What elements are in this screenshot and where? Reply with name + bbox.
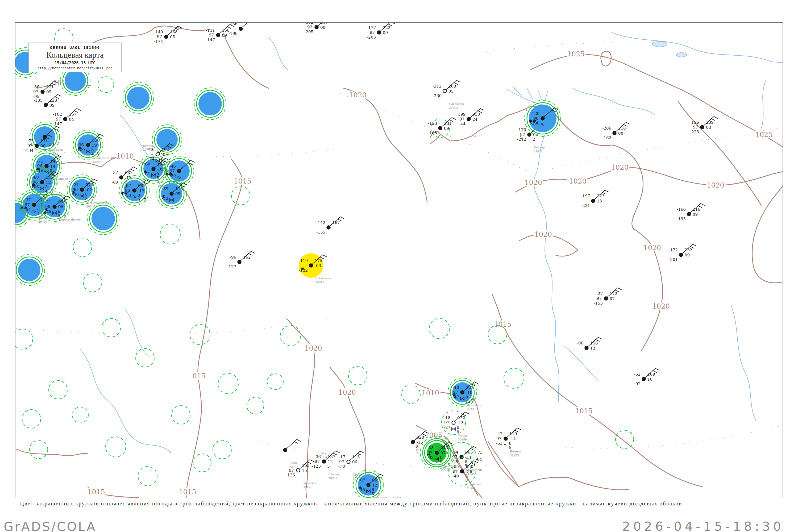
svg-text:▽: ▽ xyxy=(377,491,381,496)
station-name: Саскылах xyxy=(449,101,464,106)
cb-cloud-circle xyxy=(73,238,92,257)
legend-caption: Цвет закрашенных кружков означает явлени… xyxy=(20,500,786,507)
svg-text:2: 2 xyxy=(152,156,155,161)
svg-text:✱: ✱ xyxy=(144,169,147,174)
svg-text:⋈: ⋈ xyxy=(52,210,57,216)
svg-text:169: 169 xyxy=(647,372,655,377)
weather-event-circle xyxy=(14,254,45,285)
svg-text:24: 24 xyxy=(472,117,477,122)
svg-text:-147: -147 xyxy=(53,121,62,126)
station-plot: 14097-17416805 xyxy=(154,26,182,44)
svg-text:97: 97 xyxy=(496,436,501,441)
station-id: 23966 xyxy=(92,159,101,164)
svg-text:07: 07 xyxy=(610,296,615,301)
svg-text:102: 102 xyxy=(162,147,169,152)
svg-text:97: 97 xyxy=(33,89,38,94)
station-id: 30858 xyxy=(302,485,311,489)
svg-text:8: 8 xyxy=(125,184,127,189)
svg-text:-126: -126 xyxy=(286,473,295,477)
svg-text:-142: -142 xyxy=(316,220,325,225)
station-name: Бомнак xyxy=(510,449,521,453)
svg-text:⋈: ⋈ xyxy=(86,148,91,154)
svg-text:-86: -86 xyxy=(33,84,39,89)
svg-text:152: 152 xyxy=(306,20,314,25)
svg-text:5: 5 xyxy=(327,464,330,469)
station-name: Первомайское xyxy=(59,217,81,221)
svg-text:∿: ∿ xyxy=(504,441,508,448)
station-name: Максимкин Яр xyxy=(86,200,109,204)
svg-text:135: 135 xyxy=(46,175,54,180)
svg-text:✱: ✱ xyxy=(32,183,36,188)
svg-text:-24: -24 xyxy=(72,183,79,187)
svg-text:-17: -17 xyxy=(138,188,145,193)
svg-text:-195: -195 xyxy=(677,216,686,221)
svg-text:-201: -201 xyxy=(669,257,678,262)
svg-text:-37: -37 xyxy=(112,170,118,175)
station-name: Ванжиль-Кынак xyxy=(92,156,117,159)
weather-event-circle xyxy=(194,88,226,120)
svg-text:-44: -44 xyxy=(459,121,466,126)
station-name: Нерюнгри xyxy=(467,403,482,407)
station-plot: 3397320430785▽⋈Джалинда50695 xyxy=(420,436,457,471)
svg-text:-71: -71 xyxy=(37,159,43,164)
svg-text:97: 97 xyxy=(307,25,312,30)
station-plot: -10297-14715704 xyxy=(53,109,81,126)
station-plot: -4097-47127-10812✱⋈▽Нерюнгри30393 xyxy=(448,378,482,411)
svg-text:-180: -180 xyxy=(530,111,539,116)
station-name: Джалинда xyxy=(441,463,457,467)
station-plot: -18096-200✱✱∿ xyxy=(525,100,561,136)
svg-text:-134: -134 xyxy=(24,148,34,153)
cb-cloud-circle xyxy=(106,437,126,457)
svg-text:97: 97 xyxy=(597,296,602,301)
station-plot: -96-127162 xyxy=(227,251,255,269)
svg-text:97: 97 xyxy=(27,144,33,148)
svg-text:-123: -123 xyxy=(428,121,437,126)
svg-text:97: 97 xyxy=(315,459,320,464)
svg-text:043: 043 xyxy=(440,445,448,450)
isobar-label: 1020 xyxy=(652,302,670,310)
svg-text:09: 09 xyxy=(50,103,55,108)
svg-text:-03: -03 xyxy=(315,263,321,268)
map-title: Кольцевая карта xyxy=(29,50,121,60)
svg-text:14: 14 xyxy=(50,164,55,169)
svg-text:05: 05 xyxy=(449,89,454,94)
svg-text:97: 97 xyxy=(370,30,375,35)
station-id: 54027 xyxy=(473,134,482,138)
svg-text:08: 08 xyxy=(320,25,325,30)
svg-text:15: 15 xyxy=(302,468,307,473)
svg-text:18: 18 xyxy=(445,416,450,420)
svg-text:-197: -197 xyxy=(581,194,590,198)
station-id: 50695 xyxy=(441,467,450,471)
svg-text:-39: -39 xyxy=(162,187,168,191)
svg-text:-36: -36 xyxy=(466,469,472,474)
cb-cloud-circle xyxy=(504,368,524,388)
svg-text:079: 079 xyxy=(86,183,93,187)
svg-text:-153: -153 xyxy=(594,301,603,306)
synoptic-map-canvas: 1025102510201010101510201020102010201020… xyxy=(0,0,798,532)
svg-text:✱: ✱ xyxy=(44,207,48,212)
station-id: 31371 xyxy=(466,486,475,490)
svg-text:13: 13 xyxy=(590,346,595,350)
cb-cloud-circle xyxy=(218,374,238,394)
station-id: 31253 xyxy=(510,453,519,457)
svg-text:-89: -89 xyxy=(112,180,118,185)
svg-text:✱: ✱ xyxy=(72,190,76,195)
svg-text:-21: -21 xyxy=(45,200,51,204)
svg-text:19: 19 xyxy=(92,143,97,148)
map-source-url: http://meteocenter.net/circ/UEEE.png xyxy=(29,66,121,70)
svg-text:✱✱: ✱✱ xyxy=(20,205,28,210)
svg-text:∿: ∿ xyxy=(32,208,36,214)
svg-text:-111: -111 xyxy=(206,28,215,33)
svg-text:-72: -72 xyxy=(27,138,34,144)
svg-text:-123: -123 xyxy=(312,464,321,469)
station-id: 30862 xyxy=(328,476,337,480)
station-plot: -166-198 xyxy=(228,18,256,36)
svg-text:082: 082 xyxy=(125,170,133,175)
svg-text:118: 118 xyxy=(175,187,183,191)
svg-text:97: 97 xyxy=(157,34,162,39)
svg-text:09: 09 xyxy=(693,212,698,217)
map-content: 1025102510201010101510201020102010201020… xyxy=(2,17,783,504)
station-plot: -2797-15317207 xyxy=(594,288,621,306)
svg-text:-17: -17 xyxy=(125,175,131,180)
isobar-label: 1020 xyxy=(338,388,356,396)
